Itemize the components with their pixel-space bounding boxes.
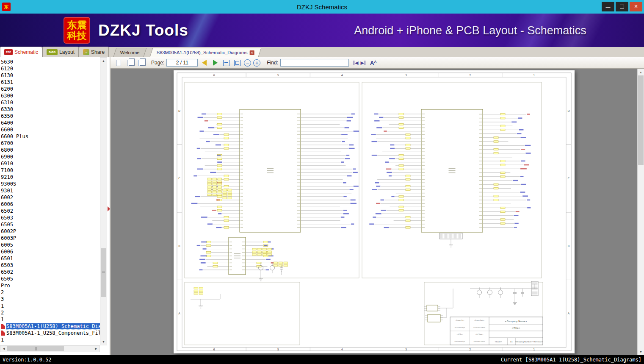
multi-page-icon[interactable]	[136, 58, 145, 67]
sidebar-item[interactable]: 6005	[0, 242, 100, 248]
sidebar-item[interactable]: 9300S	[0, 181, 100, 187]
sidebar-item-label: 6330	[1, 106, 13, 112]
svg-text:6: 6	[213, 348, 215, 351]
sidebar-item[interactable]: 5630	[0, 58, 100, 65]
splitter-collapse-arrow[interactable]	[108, 206, 110, 211]
sidebar-item[interactable]: 1	[0, 336, 100, 343]
find-next-icon[interactable]: ▶	[361, 61, 365, 65]
sidebar-item[interactable]: 6120	[0, 65, 100, 72]
sidebar-item[interactable]: 3	[0, 296, 100, 303]
sidebar-file-item[interactable]: S83M005A1-1(U258)_Schematic_Diagrams	[0, 323, 100, 330]
sidebar-item[interactable]: 6200	[0, 86, 100, 92]
find-previous-icon[interactable]: ◀	[354, 61, 358, 65]
sidebar-item[interactable]: 6501	[0, 255, 100, 262]
sidebar-item[interactable]: 6502	[0, 208, 100, 214]
zoom-out-icon[interactable]: −	[244, 59, 251, 67]
sidebar-hscroll-thumb[interactable]	[7, 346, 64, 351]
sidebar-item[interactable]: 6600	[0, 126, 100, 133]
scroll-up-icon[interactable]: ▲	[638, 69, 644, 75]
sidebar-item[interactable]: 2	[0, 309, 100, 316]
multi-page-glyph	[138, 60, 143, 66]
tab-schematic[interactable]: PDF Schematic	[0, 47, 42, 57]
close-button[interactable]: ✕	[630, 2, 642, 11]
tab-welcome[interactable]: Welcome	[113, 48, 146, 57]
svg-text:<Drawn By>: <Drawn By>	[455, 320, 464, 321]
page-input[interactable]	[166, 59, 198, 67]
page-view-icon[interactable]	[114, 58, 123, 67]
svg-text:<QC By>: <QC By>	[456, 333, 463, 335]
sidebar-item[interactable]: Pro	[0, 282, 100, 289]
scroll-down-icon[interactable]: ▼	[100, 339, 107, 345]
sidebar-item[interactable]: 6002	[0, 194, 100, 201]
find-input[interactable]	[280, 59, 349, 67]
sidebar-item[interactable]: 6503	[0, 262, 100, 269]
sidebar-item[interactable]: 6505	[0, 221, 100, 228]
sidebar-item-label: 6503	[1, 262, 13, 268]
pdf-viewport[interactable]: 665544332211DDCCBBAA<Drawn By><Drawn Dat…	[111, 69, 637, 355]
sidebar-item[interactable]: 7100	[0, 167, 100, 174]
sidebar-item[interactable]: 2	[0, 289, 100, 296]
sidebar-item[interactable]: 9210	[0, 174, 100, 181]
sidebar-item[interactable]: 6131	[0, 79, 100, 86]
next-page-icon[interactable]	[211, 58, 220, 67]
sidebar-item[interactable]: 6130	[0, 72, 100, 79]
sidebar-item[interactable]: 9301	[0, 187, 100, 194]
sidebar-item[interactable]: 6700	[0, 140, 100, 147]
sidebar-item[interactable]: 6502	[0, 269, 100, 275]
tab-share[interactable]: → Share	[79, 47, 109, 57]
sidebar-item[interactable]: 6503	[0, 214, 100, 221]
sidebar-vertical-scrollbar[interactable]: ▲ ▼	[100, 57, 107, 345]
sidebar-item[interactable]: 6900	[0, 153, 100, 160]
sidebar-item[interactable]: 1	[0, 316, 100, 323]
minimize-button[interactable]: —	[602, 2, 614, 11]
sidebar-item[interactable]: 6505	[0, 275, 100, 282]
sidebar-item[interactable]: 6006	[0, 248, 100, 255]
sidebar-item-label: 6131	[1, 79, 13, 85]
file-icon	[1, 331, 5, 336]
scroll-up-icon[interactable]: ▲	[100, 58, 107, 64]
sidebar-item-label: S83M005A1-1_U258_Components_File	[6, 330, 100, 336]
sidebar-item[interactable]: 6350	[0, 113, 100, 119]
tab-close-icon[interactable]: ✕	[249, 50, 254, 55]
logo-text-top: 东震	[67, 20, 87, 30]
sidebar-vscroll-thumb[interactable]	[101, 248, 106, 297]
page-label: Page:	[151, 60, 164, 66]
sidebar-item[interactable]: 6003P	[0, 235, 100, 242]
sidebar-item[interactable]: 6006	[0, 201, 100, 208]
sidebar-item[interactable]: 6300	[0, 92, 100, 99]
maximize-button[interactable]	[616, 2, 628, 11]
copy-pages-icon[interactable]	[125, 58, 134, 67]
fit-width-icon[interactable]	[222, 58, 231, 67]
pdf-vertical-scrollbar[interactable]: ▲ ▼	[637, 69, 644, 355]
next-page-glyph	[213, 60, 218, 66]
svg-text:2: 2	[469, 74, 471, 77]
sidebar-item-label: 6400	[1, 120, 13, 126]
sidebar-item[interactable]: 6600 Plus	[0, 133, 100, 140]
svg-text:A: A	[568, 312, 570, 315]
sidebar-file-item[interactable]: S83M005A1-1_U258_Components_File	[0, 330, 100, 336]
pdf-vscroll-thumb[interactable]	[638, 75, 644, 165]
sidebar-item[interactable]: 6330	[0, 106, 100, 113]
tab-document[interactable]: S83M005A1-1(U258)_Schematic_Diagrams ✕	[149, 48, 261, 57]
tab-layout[interactable]: PADS Layout	[42, 47, 79, 57]
schematic-drawing: 665544332211DDCCBBAA<Drawn By><Drawn Dat…	[174, 70, 575, 353]
sidebar-item-label: 6003P	[1, 235, 16, 241]
scroll-right-icon[interactable]: ▶	[93, 346, 100, 352]
sidebar-item[interactable]: 6002P	[0, 228, 100, 235]
previous-page-icon[interactable]	[200, 58, 209, 67]
sidebar-item[interactable]: 6400	[0, 119, 100, 126]
sidebar-item[interactable]: 1	[0, 303, 100, 309]
text-size-big-glyph: A	[370, 60, 374, 66]
fit-page-icon[interactable]	[233, 58, 242, 67]
scroll-left-icon[interactable]: ◀	[0, 346, 7, 352]
sidebar-horizontal-scrollbar[interactable]: ◀ ▶	[0, 345, 100, 352]
zoom-in-icon[interactable]: +	[253, 59, 260, 67]
status-bar: Version:1.0.0.52 Current [S83M005A1-1(U2…	[0, 355, 644, 364]
sidebar-item[interactable]: 6910	[0, 160, 100, 167]
scroll-down-icon[interactable]: ▼	[638, 348, 644, 355]
text-size-icon[interactable]: A A	[370, 60, 376, 66]
sidebar-item[interactable]: 6800	[0, 147, 100, 153]
sidebar-item[interactable]: 6310	[0, 99, 100, 106]
svg-text:<Code>: <Code>	[495, 341, 502, 343]
fit-width-glyph	[223, 60, 229, 66]
